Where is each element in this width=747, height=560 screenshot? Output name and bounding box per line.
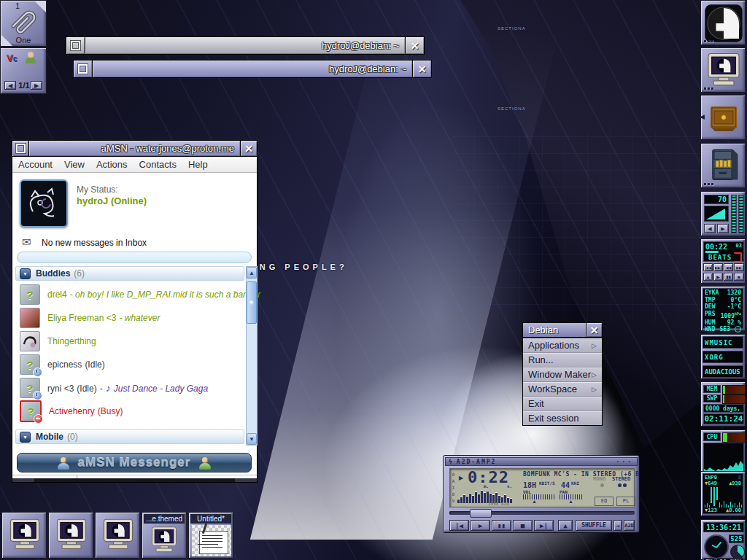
close-button[interactable]: ✕ xyxy=(405,37,424,54)
collapse-button[interactable]: ▼ xyxy=(20,432,31,443)
close-button[interactable]: ✕ xyxy=(586,323,602,337)
dock-wmaker-tile[interactable] xyxy=(700,0,746,45)
menu-item-window-maker[interactable]: Window Maker▷ xyxy=(523,368,602,382)
mixer-next-button[interactable]: ▶ xyxy=(717,224,729,233)
window-title[interactable]: hydroJ@debian: ~ xyxy=(93,61,412,77)
pager-tile[interactable]: Vc ◀ 1/1 ▶ xyxy=(0,47,47,94)
group-header-mobile[interactable]: ▼ Mobile (0) xyxy=(15,429,244,444)
seek-bar[interactable] xyxy=(449,511,635,515)
buddy-row[interactable]: Eliya Freeman <3- whatever xyxy=(15,307,234,329)
drawer-arrow-icon[interactable]: ◀ xyxy=(700,113,705,120)
dock-weather-app[interactable]: EYKA1320 TMP0°C DEW-1°C PRS1009hPa HUM92… xyxy=(700,286,746,331)
menu-view[interactable]: View xyxy=(64,159,85,170)
scrollbar-thumb[interactable] xyxy=(247,281,257,324)
miniwindow-untitled[interactable]: Untitled* xyxy=(188,512,233,559)
amsn-titlebar[interactable]: aMSN - waterjones@proton.me ✕ xyxy=(12,141,257,157)
buddy-row[interactable]: ? epicness(Idle) xyxy=(15,354,234,376)
buddy-row[interactable]: ? drel4- oh boy! I like D_MP_RAI.mid it … xyxy=(15,284,234,306)
volume-slider[interactable] xyxy=(523,494,555,499)
personal-message-field[interactable] xyxy=(17,252,252,263)
terminal-window-2-titlebar[interactable]: hydroJ@debian: ~ ✕ xyxy=(73,60,432,78)
miniaturize-button[interactable] xyxy=(12,141,29,156)
window-resizebar[interactable] xyxy=(12,478,257,482)
dock-file-cabinet-tile[interactable] xyxy=(700,143,746,188)
miniaturize-button[interactable] xyxy=(74,61,93,77)
menu-item-workspace[interactable]: WorkSpace▷ xyxy=(523,382,602,397)
menu-help[interactable]: Help xyxy=(188,159,208,170)
titlebar-dots-icon[interactable]: ··· xyxy=(616,459,633,465)
terminal-window-1-titlebar[interactable]: hydroJ@debian: ~ ✕ xyxy=(66,36,425,55)
pause-button[interactable]: ▮▮ xyxy=(492,520,511,531)
beats-next-button[interactable]: ▶▶| xyxy=(713,263,723,271)
my-status-value[interactable]: hydroJ (Online) xyxy=(77,195,147,206)
menu-item-exit-session[interactable]: Exit session xyxy=(523,411,602,425)
beats-play-button[interactable]: ▶ xyxy=(713,273,723,281)
shuffle-button[interactable]: SHUFFLE xyxy=(576,520,612,531)
dock-cpu-app[interactable]: CPU xyxy=(700,429,746,475)
menu-account[interactable]: Account xyxy=(18,159,53,170)
menu-item-exit[interactable]: Exit xyxy=(523,397,602,411)
dock-lcd-launchers[interactable]: WMUSIC XORG AUDACIOUS xyxy=(700,334,746,379)
dock-network-app[interactable]: ENP08 ▼649 ▲938 ▼123 ▲0.00 xyxy=(700,471,746,516)
scroll-up-button[interactable]: ▲ xyxy=(247,267,257,279)
buddy-row[interactable]: ? Activehenry(Busy) xyxy=(15,400,234,422)
player-titlebar[interactable]: ϟ A2D-AMP2 ··· xyxy=(445,457,638,466)
beats-rewind-button[interactable]: ◀◀ xyxy=(724,263,733,271)
miniwindow-terminal[interactable] xyxy=(48,512,93,559)
workspace-clip[interactable]: 1 One xyxy=(0,0,47,47)
dock-terminal-tile[interactable] xyxy=(700,47,746,93)
xorg-launcher[interactable]: XORG xyxy=(703,351,743,363)
amsn-footer-banner[interactable]: aMSN Messenger xyxy=(17,453,252,472)
volume-thumb-icon[interactable]: ▲ xyxy=(532,499,537,504)
eject-button[interactable]: ▲ xyxy=(558,520,573,531)
avatar[interactable] xyxy=(20,179,68,228)
skin-brand-button[interactable]: A2D xyxy=(624,520,635,531)
menu-actions[interactable]: Actions xyxy=(96,159,128,170)
beats-eject-button[interactable]: ▲ xyxy=(703,273,713,281)
beats-stop-button[interactable]: ■ xyxy=(734,273,744,281)
stop-button[interactable]: ■ xyxy=(513,520,533,531)
wmusic-launcher[interactable]: WMUSIC xyxy=(703,336,743,349)
collapse-button[interactable]: ▼ xyxy=(20,268,31,279)
clutterbar[interactable]: OAIDV xyxy=(451,471,456,504)
beats-pause-button[interactable]: ▮▮ xyxy=(724,273,733,281)
pager-prev-button[interactable]: ◀ xyxy=(4,81,16,90)
audacious-launcher[interactable]: AUDACIOUS xyxy=(703,365,743,378)
scroll-down-button[interactable]: ▼ xyxy=(247,433,257,445)
menu-item-applications[interactable]: Applications▷ xyxy=(523,338,602,353)
miniaturize-button[interactable] xyxy=(66,37,85,54)
mixer-prev-button[interactable]: ◀ xyxy=(704,224,716,233)
miniwindow-themed[interactable]: ...e.themed xyxy=(142,512,187,559)
play-button[interactable]: ▶ xyxy=(471,520,490,531)
pager-next-button[interactable]: ▶ xyxy=(31,81,42,90)
buddy-list-scrollbar[interactable]: ▲ ▼ xyxy=(246,266,258,446)
menu-contacts[interactable]: Contacts xyxy=(139,159,177,170)
beats-forward-button[interactable]: ▶▶ xyxy=(734,263,744,271)
previous-button[interactable]: |◀ xyxy=(449,520,469,531)
equalizer-button[interactable]: EQ xyxy=(595,497,614,506)
buddy-row[interactable]: ? ryni <3(Idle)-♪Just Dance - Lady Gaga xyxy=(15,377,234,399)
dock-sysmon-app[interactable]: MEM SWP 0000 days, 02:11:24 xyxy=(700,381,746,427)
pan-thumb-icon[interactable]: ▲ xyxy=(568,499,573,504)
close-button[interactable]: ✕ xyxy=(240,141,257,156)
repeat-button[interactable]: → xyxy=(614,520,622,531)
dock-beats-app[interactable]: 00:22 03 BEATS |◀◀ ▶▶| ◀◀ ▶▶ ▲ ▶ ▮▮ ■ xyxy=(700,238,746,284)
menu-item-run[interactable]: Run... xyxy=(523,353,602,368)
mixer-volume-wedge[interactable] xyxy=(704,206,729,222)
close-button[interactable]: ✕ xyxy=(412,61,431,77)
dock-clock-app[interactable]: 13:36:21 525 TH 20 NOV xyxy=(700,519,746,560)
window-title[interactable]: hydroJ@debian: ~ xyxy=(85,37,405,54)
next-button[interactable]: ▶| xyxy=(534,520,554,531)
beats-prev-button[interactable]: |◀◀ xyxy=(703,263,713,271)
window-title[interactable]: aMSN - waterjones@proton.me xyxy=(29,141,240,156)
miniwindow-terminal[interactable] xyxy=(1,512,47,559)
debian-menu-titlebar[interactable]: Debian ✕ xyxy=(522,322,603,338)
miniwindow-terminal[interactable] xyxy=(95,512,140,559)
dock-mixer-app[interactable]: 70 ◀ ▶ xyxy=(700,191,746,236)
seek-thumb[interactable] xyxy=(470,509,492,518)
inbox-status[interactable]: No new messages in Inbox xyxy=(42,238,147,248)
group-header-buddies[interactable]: ▼ Buddies (6) xyxy=(15,266,244,281)
dock-drawer-tile[interactable]: ◀ xyxy=(700,95,746,140)
buddy-row[interactable]: Thingerthing xyxy=(15,330,234,352)
playlist-button[interactable]: PL xyxy=(616,497,635,506)
